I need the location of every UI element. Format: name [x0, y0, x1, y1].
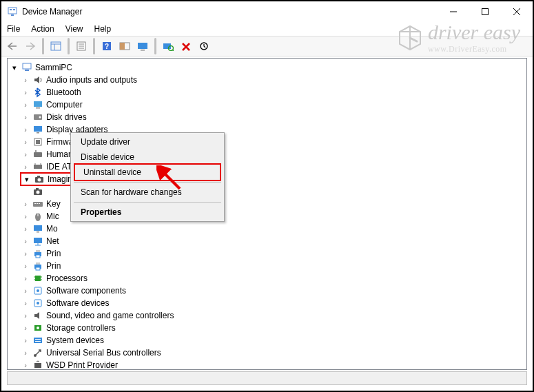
expand-arrow-icon[interactable]: › — [21, 125, 30, 134]
tree-item-label: Processors — [46, 274, 88, 283]
context-menu: Update driver Disable device Uninstall d… — [70, 132, 225, 222]
expand-arrow-icon[interactable]: › — [21, 150, 30, 158]
tree-item[interactable]: ›Software devices — [10, 297, 526, 309]
tree-item-label: System devices — [46, 336, 104, 345]
tree-item[interactable]: ›WSD Print Provider — [10, 359, 526, 370]
menubar: File Action View Help — [1, 22, 533, 36]
storage-icon — [32, 322, 43, 333]
uninstall-button[interactable] — [178, 38, 194, 54]
root-label: SammiPC — [35, 63, 72, 72]
expand-arrow-icon[interactable]: › — [21, 200, 30, 208]
expand-arrow-icon[interactable]: › — [21, 311, 30, 320]
expand-arrow-icon[interactable]: › — [21, 113, 30, 121]
tree-item[interactable]: ›Computer — [10, 99, 526, 111]
expand-arrow-icon[interactable]: › — [21, 299, 30, 307]
hid-icon — [32, 149, 43, 160]
close-button[interactable] — [501, 1, 533, 22]
svg-rect-55 — [34, 238, 42, 243]
tree-item[interactable]: ›Disk drives — [10, 111, 526, 123]
printer-icon — [32, 260, 43, 271]
svg-rect-31 — [34, 126, 42, 132]
tree-item-label: Storage controllers — [46, 323, 116, 333]
expand-arrow-icon[interactable]: › — [21, 274, 30, 282]
statusbar — [7, 371, 527, 385]
expand-arrow-icon[interactable]: › — [21, 361, 30, 369]
mouse-icon — [32, 211, 43, 222]
back-button[interactable] — [4, 38, 21, 54]
menu-action[interactable]: Action — [31, 24, 54, 34]
update-driver-button[interactable] — [196, 38, 212, 54]
svg-rect-79 — [34, 363, 41, 368]
expand-arrow-icon[interactable]: › — [21, 163, 30, 171]
maximize-button[interactable] — [469, 1, 501, 22]
expand-arrow-icon[interactable]: › — [21, 287, 30, 295]
cm-properties[interactable]: Properties — [72, 205, 223, 220]
expand-arrow-icon[interactable]: › — [21, 225, 30, 233]
window-title: Device Manager — [22, 7, 82, 17]
tree-item[interactable]: ›Sound, video and game controllers — [10, 309, 526, 322]
help-button[interactable]: ? — [99, 38, 115, 54]
tree-item[interactable]: ›Software components — [10, 285, 526, 297]
expand-arrow-icon[interactable]: › — [21, 76, 30, 84]
menu-file[interactable]: File — [7, 24, 20, 34]
tree-item[interactable]: ›Prin — [10, 260, 526, 272]
svg-rect-62 — [36, 262, 40, 265]
toolbar-separator — [42, 38, 44, 54]
tree-item[interactable]: ›Prin — [10, 247, 526, 260]
tree-item[interactable]: ›System devices — [10, 334, 526, 347]
svg-point-45 — [37, 191, 40, 194]
svg-rect-32 — [37, 132, 39, 134]
svg-point-30 — [39, 116, 41, 118]
svg-rect-38 — [34, 165, 42, 169]
app-icon — [7, 6, 18, 17]
cm-update-driver[interactable]: Update driver — [72, 134, 223, 149]
tree-item[interactable]: ›Universal Serial Bus controllers — [10, 347, 526, 359]
expand-arrow-icon[interactable]: › — [21, 212, 30, 220]
tree-item-label: Software components — [46, 286, 126, 296]
expand-arrow-icon[interactable]: › — [21, 101, 30, 109]
tree-item[interactable]: ›Audio inputs and outputs — [10, 74, 526, 86]
svg-rect-46 — [36, 188, 39, 189]
expand-arrow-icon[interactable]: › — [21, 336, 30, 344]
minimize-button[interactable] — [438, 1, 469, 22]
svg-rect-59 — [36, 250, 40, 252]
scan-hardware-button[interactable] — [160, 38, 176, 54]
show-hidden-button[interactable] — [134, 38, 151, 54]
expand-arrow-icon[interactable]: › — [21, 349, 30, 357]
svg-point-74 — [37, 327, 39, 329]
tree-item[interactable]: ›Net — [10, 235, 526, 247]
expand-arrow-icon[interactable]: ▾ — [10, 63, 19, 72]
show-hide-tree-button[interactable] — [48, 38, 64, 54]
menu-view[interactable]: View — [65, 24, 83, 34]
menu-help[interactable]: Help — [94, 24, 112, 34]
expand-arrow-icon[interactable]: › — [21, 138, 30, 146]
expand-arrow-icon[interactable]: › — [21, 262, 30, 270]
cm-scan-hardware[interactable]: Scan for hardware changes — [72, 185, 223, 200]
cm-uninstall-device[interactable]: Uninstall device — [75, 165, 220, 180]
expand-arrow-icon[interactable]: › — [21, 324, 30, 332]
tree-root[interactable]: ▾SammiPC — [10, 61, 526, 74]
computer-icon — [32, 99, 43, 110]
cm-disable-device[interactable]: Disable device — [72, 149, 223, 165]
expand-arrow-icon[interactable]: › — [21, 88, 30, 96]
cm-separator — [74, 202, 221, 203]
svg-point-70 — [37, 289, 39, 292]
network-icon — [32, 236, 43, 247]
action-center-button[interactable] — [116, 38, 133, 54]
collapse-arrow-icon[interactable]: ▾ — [23, 175, 31, 184]
svg-rect-35 — [34, 152, 42, 157]
tree-item[interactable]: ›Mo — [10, 223, 526, 235]
svg-rect-53 — [34, 225, 42, 231]
expand-arrow-icon[interactable]: › — [21, 237, 30, 245]
properties-button[interactable] — [73, 38, 90, 54]
forward-button[interactable] — [22, 38, 39, 54]
svg-rect-76 — [35, 339, 41, 340]
expand-arrow-icon[interactable]: › — [21, 249, 30, 258]
tree-item[interactable]: ›Processors — [10, 272, 526, 285]
svg-rect-19 — [138, 43, 147, 49]
tree-item[interactable]: ›Bluetooth — [10, 86, 526, 99]
svg-rect-0 — [8, 8, 17, 14]
svg-rect-28 — [36, 107, 40, 109]
svg-text:?: ? — [105, 43, 109, 50]
tree-item[interactable]: ›Storage controllers — [10, 322, 526, 334]
